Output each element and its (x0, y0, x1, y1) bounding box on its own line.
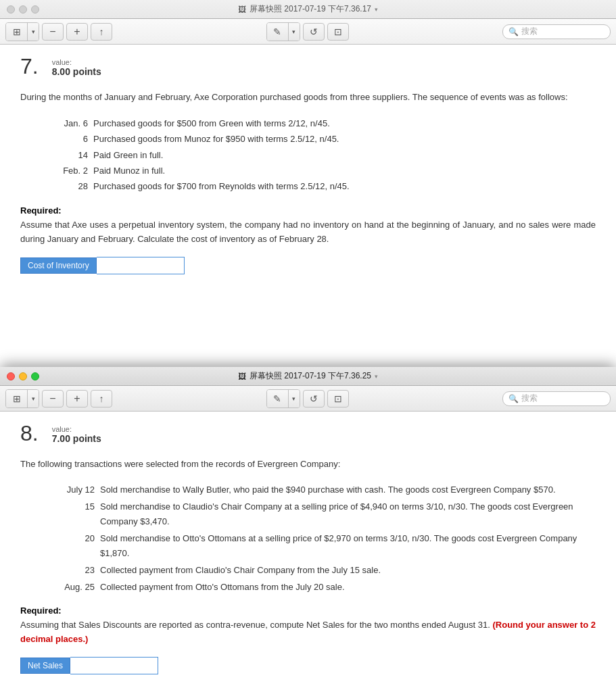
event-desc: Sold merchandise to Otto's Ottomans at a… (100, 531, 596, 560)
event-date: 28 (47, 178, 88, 194)
maximize-button-bottom[interactable] (31, 372, 39, 380)
sidebar-toggle-top[interactable]: ⊞ (6, 23, 28, 41)
required-text-8: Assuming that Sales Discounts are report… (20, 618, 596, 647)
zoom-in-bottom[interactable]: + (66, 390, 88, 407)
close-button-top[interactable] (7, 5, 15, 14)
pen-top[interactable]: ✎ (267, 23, 289, 41)
traffic-lights-top (7, 5, 39, 14)
zoom-out-top[interactable]: − (42, 23, 64, 41)
points-7: 8.00 points (52, 66, 101, 77)
event-row: 28 Purchased goods for $700 from Reynold… (47, 178, 596, 194)
titlebar-top: 🖼 屏幕快照 2017-07-19 下午7.36.17 ▾ (0, 0, 616, 19)
event-row: 15 Sold merchandise to Claudio's Chair C… (47, 499, 596, 528)
event-desc: Collected payment from Otto's Ottomans f… (100, 580, 596, 594)
view-toggle-group-top: ⊞ ▾ (5, 22, 39, 41)
toolbar-bottom: ⊞ ▾ − + ↑ ✎ ▾ ↺ ⊡ 🔍 搜索 (0, 386, 616, 412)
points-8: 7.00 points (52, 433, 101, 444)
event-row: 14 Paid Green in full. (47, 147, 596, 163)
pen-dropdown-bottom[interactable]: ▾ (289, 390, 300, 407)
content-bottom: 8. value: 7.00 points The following tran… (0, 412, 616, 692)
cost-of-inventory-input[interactable] (97, 257, 185, 274)
question-8-body: The following transactions were selected… (20, 458, 596, 472)
event-row: Feb. 2 Paid Munoz in full. (47, 163, 596, 178)
required-label-7: Required: (20, 205, 596, 216)
event-desc: Paid Green in full. (93, 147, 596, 163)
rotate-bottom[interactable]: ↺ (303, 390, 325, 407)
doc-icon-bottom: 🖼 (238, 372, 246, 381)
event-desc: Purchased goods from Munoz for $950 with… (93, 131, 596, 147)
toolbar-top: ⊞ ▾ − + ↑ ✎ ▾ ↺ ⊡ 🔍 搜索 (0, 19, 616, 45)
window-title-top: 🖼 屏幕快照 2017-07-19 下午7.36.17 ▾ (238, 3, 378, 15)
net-sales-label[interactable]: Net Sales (20, 658, 70, 674)
share-top[interactable]: ↑ (91, 23, 112, 41)
rotate-top[interactable]: ↺ (303, 23, 325, 41)
pen-dropdown-top[interactable]: ▾ (289, 23, 300, 41)
view-toggle-group-bottom: ⊞ ▾ (5, 389, 39, 408)
event-desc: Collected payment from Claudio's Chair C… (100, 563, 596, 577)
event-row: 23 Collected payment from Claudio's Chai… (47, 563, 596, 577)
question-7-header: 7. value: 8.00 points (20, 58, 596, 77)
zoom-in-top[interactable]: + (66, 23, 88, 41)
title-dropdown-top[interactable]: ▾ (375, 6, 378, 13)
window-top: 🖼 屏幕快照 2017-07-19 下午7.36.17 ▾ ⊞ ▾ − + ↑ … (0, 0, 616, 374)
event-date: Aug. 25 (47, 580, 95, 594)
event-row: Jan. 6 Purchased goods for $500 from Gre… (47, 116, 596, 131)
value-label-8: value: (52, 425, 101, 433)
title-dropdown-bottom[interactable]: ▾ (375, 373, 378, 380)
question-7-number: 7. (20, 55, 39, 77)
pen-bottom[interactable]: ✎ (267, 390, 289, 407)
event-row: Aug. 25 Collected payment from Otto's Ot… (47, 580, 596, 594)
window-title-bottom: 🖼 屏幕快照 2017-07-19 下午7.36.25 ▾ (238, 370, 378, 382)
required-normal-8: Assuming that Sales Discounts are report… (20, 620, 490, 630)
zoom-out-bottom[interactable]: − (42, 390, 64, 407)
sidebar-toggle-bottom[interactable]: ⊞ (6, 390, 28, 407)
events-list-7: Jan. 6 Purchased goods for $500 from Gre… (47, 116, 596, 195)
event-date: 14 (47, 147, 88, 163)
briefcase-top[interactable]: ⊡ (327, 23, 349, 41)
question-8-number: 8. (20, 422, 39, 444)
view-dropdown-top[interactable]: ▾ (28, 23, 39, 41)
value-label-7: value: (52, 58, 101, 66)
net-sales-input[interactable] (70, 657, 158, 674)
share-bottom[interactable]: ↑ (91, 390, 112, 407)
minimize-button-bottom[interactable] (19, 372, 27, 380)
question-7-meta: value: 8.00 points (52, 58, 101, 77)
event-row: 6 Purchased goods from Munoz for $950 wi… (47, 131, 596, 147)
event-desc: Purchased goods for $700 from Reynolds w… (93, 178, 596, 194)
answer-box-8: Net Sales (20, 657, 596, 674)
annotation-group-top: ✎ ▾ (266, 22, 300, 41)
question-8-meta: value: 7.00 points (52, 425, 101, 444)
required-label-8: Required: (20, 606, 596, 616)
content-top: 7. value: 8.00 points During the months … (0, 45, 616, 374)
event-row: 20 Sold merchandise to Otto's Ottomans a… (47, 531, 596, 560)
event-date: 6 (47, 131, 88, 147)
window-bottom: 🖼 屏幕快照 2017-07-19 下午7.36.25 ▾ ⊞ ▾ − + ↑ … (0, 367, 616, 692)
cost-of-inventory-label[interactable]: Cost of Inventory (20, 257, 97, 274)
events-list-8: July 12 Sold merchandise to Wally Butler… (47, 483, 596, 595)
titlebar-bottom: 🖼 屏幕快照 2017-07-19 下午7.36.25 ▾ (0, 367, 616, 386)
doc-icon-top: 🖼 (238, 5, 246, 14)
maximize-button-top[interactable] (31, 5, 39, 14)
view-dropdown-bottom[interactable]: ▾ (28, 390, 39, 407)
traffic-lights-bottom (7, 372, 39, 380)
event-date: 20 (47, 531, 95, 560)
question-8-header: 8. value: 7.00 points (20, 425, 596, 444)
search-box-bottom[interactable]: 🔍 搜索 (502, 391, 611, 406)
search-box-top[interactable]: 🔍 搜索 (502, 24, 611, 39)
annotation-group-bottom: ✎ ▾ (266, 389, 300, 408)
close-button-bottom[interactable] (7, 372, 15, 380)
event-desc: Purchased goods for $500 from Green with… (93, 116, 596, 131)
event-row: July 12 Sold merchandise to Wally Butler… (47, 483, 596, 497)
event-date: Jan. 6 (47, 116, 88, 131)
required-text-7: Assume that Axe uses a perpetual invento… (20, 218, 596, 247)
briefcase-bottom[interactable]: ⊡ (327, 390, 349, 407)
search-icon-bottom: 🔍 (508, 394, 519, 403)
event-date: July 12 (47, 483, 95, 497)
minimize-button-top[interactable] (19, 5, 27, 14)
event-desc: Paid Munoz in full. (93, 163, 596, 178)
question-7-body: During the months of January and Februar… (20, 91, 596, 105)
event-date: Feb. 2 (47, 163, 88, 178)
search-icon-top: 🔍 (508, 27, 519, 36)
event-date: 15 (47, 499, 95, 528)
event-desc: Sold merchandise to Wally Butler, who pa… (100, 483, 596, 497)
